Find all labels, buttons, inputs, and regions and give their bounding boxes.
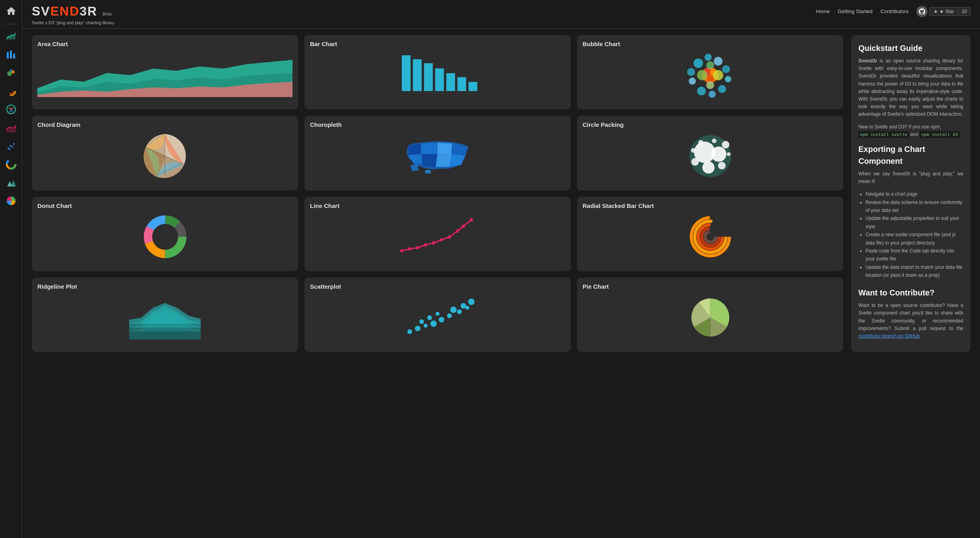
svg-point-96 xyxy=(427,315,432,320)
line-chart-card[interactable]: Line Chart xyxy=(304,197,571,271)
svg-point-4 xyxy=(7,71,12,76)
contribute-text: Want to be a open source contributor? Ha… xyxy=(858,302,963,340)
ridgeline-plot-card[interactable]: Ridgeline Plot xyxy=(32,278,298,352)
svg-point-95 xyxy=(430,320,437,327)
nav-contributors[interactable]: Contributors xyxy=(880,8,908,14)
content-area: Area Chart Bar Chart xyxy=(22,29,980,358)
choropleth-title: Choropleth xyxy=(310,121,565,128)
area-chart-preview xyxy=(37,51,292,99)
nav-links: Home Getting Started Contributors ★ ★ St… xyxy=(816,6,970,17)
npm-cmd2: npm install d3 xyxy=(920,131,960,138)
radial-stacked-bar-card[interactable]: Radial Stacked Bar Chart xyxy=(577,197,843,271)
bar-chart-card[interactable]: Bar Chart xyxy=(304,35,571,109)
sidebar-terrain-icon[interactable] xyxy=(3,175,19,190)
scatterplot-preview xyxy=(310,294,565,342)
scatterplot-title: Scatterplot xyxy=(310,283,565,290)
svg-point-34 xyxy=(714,57,722,66)
star-icon: ★ xyxy=(934,9,938,14)
nav-home[interactable]: Home xyxy=(816,8,830,14)
sidebar-scatter-icon[interactable] xyxy=(3,138,19,154)
svg-point-55 xyxy=(711,146,726,161)
svg-point-13 xyxy=(13,143,15,145)
area-chart-title: Area Chart xyxy=(37,41,292,47)
svg-rect-2 xyxy=(10,50,12,58)
svg-point-72 xyxy=(408,247,411,251)
area-chart-card[interactable]: Area Chart xyxy=(32,35,298,109)
quickstart-intro: Svend3r is an open source charting libra… xyxy=(858,57,963,118)
svg-point-59 xyxy=(722,141,729,148)
donut-chart-card[interactable]: Donut Chart xyxy=(32,197,298,271)
svg-point-46 xyxy=(697,70,707,80)
exporting-steps: Navigate to a chart page Review the data… xyxy=(858,190,963,279)
svg-point-41 xyxy=(687,68,695,76)
svg-point-98 xyxy=(436,312,440,316)
svg-point-62 xyxy=(691,148,695,153)
svg-point-78 xyxy=(456,229,459,233)
svg-rect-30 xyxy=(469,82,477,91)
nav-getting-started[interactable]: Getting Started xyxy=(838,8,872,14)
sidebar-donut-icon[interactable] xyxy=(3,156,19,172)
logo-3r: 3R xyxy=(79,4,97,18)
svg-point-104 xyxy=(468,299,475,305)
svg-rect-29 xyxy=(457,77,466,91)
sidebar-pie-icon[interactable] xyxy=(3,193,19,209)
svg-point-32 xyxy=(693,58,703,68)
bubble-chart-title: Bubble Chart xyxy=(583,41,838,47)
svg-rect-1 xyxy=(7,52,9,58)
svg-point-100 xyxy=(450,307,457,313)
quickstart-panel: Quickstart Guide Svend3r is an open sour… xyxy=(851,35,970,352)
github-star-area: ★ ★ Star 10 xyxy=(916,6,970,17)
donut-preview xyxy=(37,213,292,261)
svg-point-94 xyxy=(419,319,424,324)
svg-rect-25 xyxy=(413,59,422,91)
choropleth-card[interactable]: Choropleth xyxy=(304,116,571,190)
svg-point-86 xyxy=(707,234,713,239)
choropleth-preview xyxy=(310,132,565,180)
svg-point-33 xyxy=(705,54,712,61)
bubble-chart-card[interactable]: Bubble Chart xyxy=(577,35,843,109)
svg-marker-0 xyxy=(6,33,15,39)
svg-marker-90 xyxy=(129,303,201,324)
sidebar-home-icon[interactable] xyxy=(3,3,19,19)
svg-point-77 xyxy=(448,235,451,239)
scatterplot-card[interactable]: Scatterplot xyxy=(304,278,571,352)
svg-point-6 xyxy=(10,69,12,72)
svg-point-92 xyxy=(415,326,420,331)
star-button[interactable]: ★ ★ Star xyxy=(929,7,958,16)
sidebar-chord-icon[interactable] xyxy=(3,101,19,117)
svg-point-101 xyxy=(457,309,462,314)
step-2: Review the data schema to ensure conform… xyxy=(866,198,963,215)
svg-point-70 xyxy=(154,226,176,248)
github-link[interactable]: contributor branch on GitHub xyxy=(858,333,920,339)
bar-chart-preview xyxy=(310,51,565,99)
line-chart-title: Line Chart xyxy=(310,202,565,209)
pie-chart-card[interactable]: Pie Chart xyxy=(577,278,843,352)
logo-area: SVEND3R Beta xyxy=(32,4,112,19)
svg-point-91 xyxy=(407,329,412,334)
quickstart-title: Quickstart Guide xyxy=(858,42,963,54)
bubble-chart-preview xyxy=(583,51,838,99)
svg-point-35 xyxy=(722,65,730,73)
sidebar-bar-chart-icon[interactable] xyxy=(3,47,19,62)
chord-diagram-card[interactable]: Chord Diagram xyxy=(32,116,298,190)
svg-point-48 xyxy=(706,61,714,69)
svg-point-60 xyxy=(698,140,703,145)
svg-point-14 xyxy=(9,148,10,150)
contribute-title: Want to Contribute? xyxy=(858,287,963,299)
svg-rect-3 xyxy=(13,54,15,58)
chart-grid: Area Chart Bar Chart xyxy=(32,35,843,352)
step-1: Navigate to a chart page xyxy=(866,190,963,198)
svg-rect-28 xyxy=(446,73,455,91)
sidebar-radial-icon[interactable] xyxy=(3,83,19,99)
logo-end: END xyxy=(50,4,80,18)
circle-packing-card[interactable]: Circle Packing xyxy=(577,116,843,190)
line-preview xyxy=(310,213,565,261)
sidebar-area-chart-icon[interactable] xyxy=(3,28,19,44)
svg-point-99 xyxy=(447,313,452,318)
sidebar-wave-icon[interactable] xyxy=(3,120,19,136)
github-icon[interactable] xyxy=(916,6,928,17)
svg-point-38 xyxy=(709,91,716,98)
chord-diagram-title: Chord Diagram xyxy=(37,121,292,128)
chord-preview xyxy=(37,132,292,180)
sidebar-bubble-icon[interactable] xyxy=(3,65,19,81)
